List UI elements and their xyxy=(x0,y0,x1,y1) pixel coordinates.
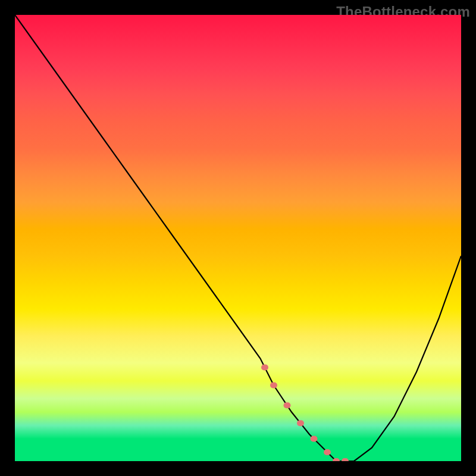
curve-svg xyxy=(15,15,461,461)
target-marker xyxy=(261,365,268,371)
chart-container: TheBottleneck.com xyxy=(0,0,476,476)
target-marker xyxy=(270,383,277,389)
target-marker xyxy=(324,449,331,455)
target-marker xyxy=(342,458,349,461)
target-marker xyxy=(284,402,291,408)
target-marker xyxy=(297,420,304,426)
target-marker xyxy=(311,436,318,442)
plot-area xyxy=(15,15,461,461)
bottleneck-curve-path xyxy=(15,15,461,461)
target-markers xyxy=(261,365,349,462)
